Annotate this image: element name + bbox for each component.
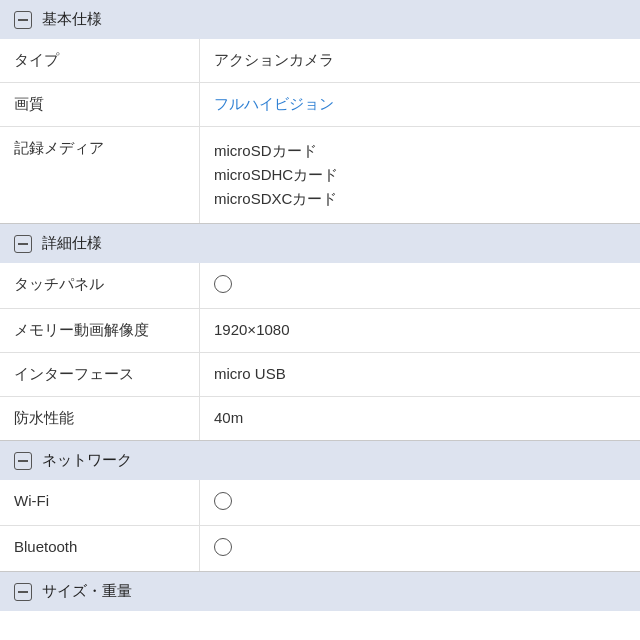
- section-title-basic: 基本仕様: [42, 10, 102, 29]
- row-media: 記録メディア microSDカードmicroSDHCカードmicroSDXCカー…: [0, 127, 640, 223]
- key-bluetooth: Bluetooth: [0, 526, 200, 571]
- value-resolution: 1920×1080: [200, 309, 640, 352]
- section-network: ネットワーク Wi-Fi Bluetooth: [0, 441, 640, 572]
- row-bluetooth: Bluetooth: [0, 526, 640, 571]
- section-header-basic[interactable]: 基本仕様: [0, 0, 640, 39]
- section-header-size[interactable]: サイズ・重量: [0, 572, 640, 611]
- section-basic: 基本仕様 タイプ アクションカメラ 画質 フルハイビジョン 記録メディア mic…: [0, 0, 640, 224]
- key-touchpanel: タッチパネル: [0, 263, 200, 308]
- row-interface: インターフェース micro USB: [0, 353, 640, 397]
- section-title-size: サイズ・重量: [42, 582, 132, 601]
- circle-touchpanel: [214, 275, 232, 293]
- spec-page: 基本仕様 タイプ アクションカメラ 画質 フルハイビジョン 記録メディア mic…: [0, 0, 640, 611]
- row-type: タイプ アクションカメラ: [0, 39, 640, 83]
- value-media: microSDカードmicroSDHCカードmicroSDXCカード: [200, 127, 640, 223]
- section-title-network: ネットワーク: [42, 451, 132, 470]
- key-waterproof: 防水性能: [0, 397, 200, 440]
- collapse-icon-network[interactable]: [14, 452, 32, 470]
- key-resolution: メモリー動画解像度: [0, 309, 200, 352]
- key-media: 記録メディア: [0, 127, 200, 223]
- section-size: サイズ・重量: [0, 572, 640, 611]
- section-detail: 詳細仕様 タッチパネル メモリー動画解像度 1920×1080 インターフェース…: [0, 224, 640, 441]
- collapse-icon-basic[interactable]: [14, 11, 32, 29]
- key-type: タイプ: [0, 39, 200, 82]
- row-resolution: メモリー動画解像度 1920×1080: [0, 309, 640, 353]
- section-header-detail[interactable]: 詳細仕様: [0, 224, 640, 263]
- key-quality: 画質: [0, 83, 200, 126]
- value-quality[interactable]: フルハイビジョン: [200, 83, 640, 126]
- row-quality: 画質 フルハイビジョン: [0, 83, 640, 127]
- value-bluetooth: [200, 526, 640, 571]
- row-waterproof: 防水性能 40m: [0, 397, 640, 440]
- row-touchpanel: タッチパネル: [0, 263, 640, 309]
- value-touchpanel: [200, 263, 640, 308]
- section-title-detail: 詳細仕様: [42, 234, 102, 253]
- value-wifi: [200, 480, 640, 525]
- key-wifi: Wi-Fi: [0, 480, 200, 525]
- value-type: アクションカメラ: [200, 39, 640, 82]
- row-wifi: Wi-Fi: [0, 480, 640, 526]
- circle-wifi: [214, 492, 232, 510]
- value-interface: micro USB: [200, 353, 640, 396]
- section-header-network[interactable]: ネットワーク: [0, 441, 640, 480]
- key-interface: インターフェース: [0, 353, 200, 396]
- collapse-icon-detail[interactable]: [14, 235, 32, 253]
- collapse-icon-size[interactable]: [14, 583, 32, 601]
- circle-bluetooth: [214, 538, 232, 556]
- value-waterproof: 40m: [200, 397, 640, 440]
